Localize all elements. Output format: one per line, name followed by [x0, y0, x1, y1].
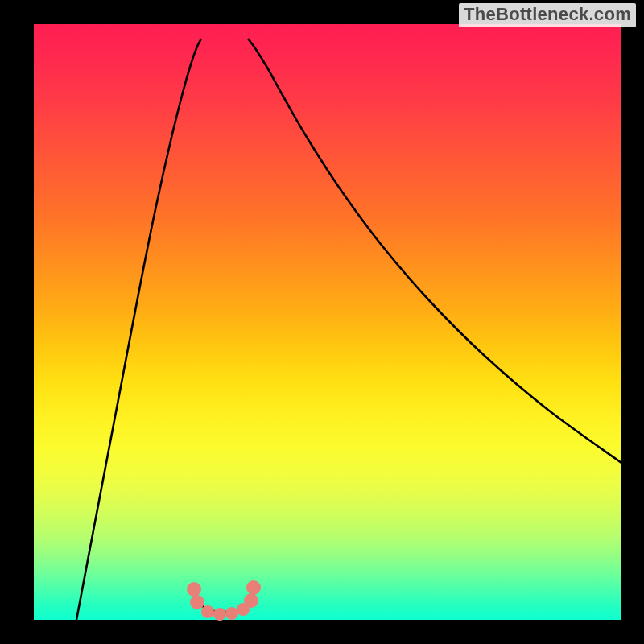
highlight-dot: [190, 595, 204, 609]
highlight-dot: [187, 582, 201, 597]
highlight-dot: [246, 580, 261, 595]
curve-left: [76, 39, 201, 620]
watermark-text: TheBottleneck.com: [459, 3, 636, 27]
curve-layer: [34, 24, 621, 620]
highlight-dot: [213, 608, 226, 621]
chart-frame: TheBottleneck.com: [0, 0, 644, 644]
highlight-dot: [201, 605, 214, 618]
highlight-dots: [187, 580, 261, 621]
highlight-dot: [225, 607, 238, 620]
curve-right: [248, 39, 621, 463]
highlight-dot: [244, 593, 258, 608]
